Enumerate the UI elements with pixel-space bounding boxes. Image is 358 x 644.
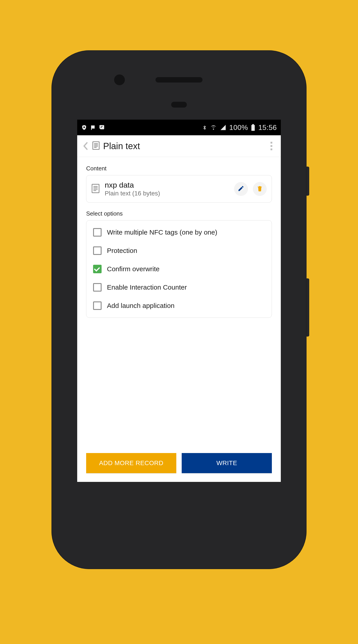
svg-rect-4 <box>252 124 254 125</box>
screen: 100% 15:56 Plain text <box>77 120 281 482</box>
options-section-label: Select options <box>86 210 272 217</box>
option-protection[interactable]: Protection <box>86 242 272 260</box>
option-label: Enable Interaction Counter <box>107 284 187 291</box>
pencil-icon <box>238 185 244 193</box>
shield-icon <box>81 124 87 130</box>
record-subtitle: Plain text (16 bytes) <box>105 190 229 197</box>
option-multi-tags[interactable]: Write multiple NFC tags (one by one) <box>86 223 272 242</box>
bottom-button-row: ADD MORE RECORD WRITE <box>86 453 272 473</box>
option-label: Add launch application <box>107 302 175 310</box>
checkbox[interactable] <box>93 246 102 255</box>
proximity-sensor <box>171 102 187 108</box>
button-label: WRITE <box>216 460 237 467</box>
flag-icon <box>90 125 96 130</box>
main-content: Content nxp data Plain text (16 bytes) <box>77 157 281 482</box>
phone-frame: 100% 15:56 Plain text <box>52 50 306 569</box>
write-button[interactable]: WRITE <box>182 453 272 473</box>
clock: 15:56 <box>258 124 277 132</box>
content-record-card: nxp data Plain text (16 bytes) <box>86 175 272 202</box>
overflow-menu-icon[interactable] <box>266 141 277 152</box>
add-more-record-button[interactable]: ADD MORE RECORD <box>86 453 176 473</box>
signal-icon <box>220 124 226 130</box>
document-icon <box>92 141 100 151</box>
option-label: Protection <box>107 247 137 254</box>
svg-rect-2 <box>91 126 92 130</box>
app-bar: Plain text <box>77 135 281 157</box>
record-title: nxp data <box>105 181 229 190</box>
battery-pct: 100% <box>229 124 248 132</box>
page-title: Plain text <box>103 141 266 151</box>
svg-point-0 <box>84 126 85 128</box>
battery-icon <box>251 124 255 131</box>
document-icon <box>91 184 100 194</box>
options-card: Write multiple NFC tags (one by one) Pro… <box>86 220 272 318</box>
svg-rect-3 <box>251 125 255 131</box>
option-interaction-counter[interactable]: Enable Interaction Counter <box>86 278 272 296</box>
checkbox[interactable] <box>93 283 102 292</box>
content-section-label: Content <box>86 165 272 172</box>
bluetooth-icon <box>202 124 207 131</box>
checkbox[interactable] <box>93 302 102 310</box>
checkbox[interactable] <box>93 265 102 273</box>
status-bar: 100% 15:56 <box>77 120 281 135</box>
svg-rect-5 <box>93 142 99 149</box>
side-button <box>306 278 309 336</box>
trash-icon <box>257 185 263 193</box>
svg-rect-10 <box>92 184 99 193</box>
wifi-icon <box>210 124 217 131</box>
side-button <box>306 166 309 196</box>
download-done-icon <box>99 124 105 130</box>
edit-button[interactable] <box>234 182 248 196</box>
option-launch-app[interactable]: Add launch application <box>86 296 272 315</box>
checkbox[interactable] <box>93 228 102 236</box>
option-confirm-overwrite[interactable]: Confirm overwrite <box>86 260 272 278</box>
delete-button[interactable] <box>253 182 267 196</box>
camera-dot <box>114 74 125 85</box>
option-label: Confirm overwrite <box>107 265 160 273</box>
back-button[interactable] <box>80 142 92 150</box>
button-label: ADD MORE RECORD <box>99 460 164 467</box>
option-label: Write multiple NFC tags (one by one) <box>107 228 217 236</box>
